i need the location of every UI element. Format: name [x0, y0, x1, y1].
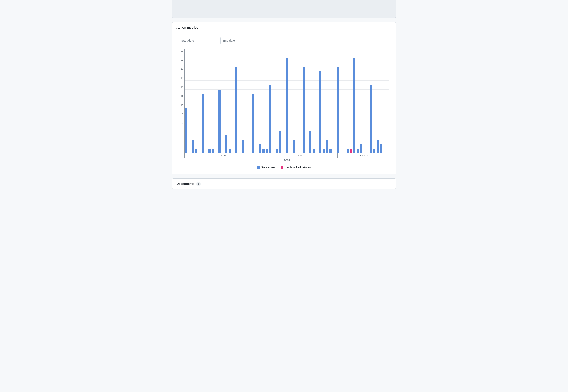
chart-ytick: 4 [182, 131, 185, 134]
chart-ytick: 14 [181, 86, 185, 88]
chart-bar[interactable] [319, 71, 321, 153]
chart-ytick: 18 [181, 68, 185, 70]
chart-ytick: 8 [182, 113, 185, 115]
chart-bar[interactable] [279, 130, 281, 153]
chart-bar[interactable] [276, 149, 278, 153]
chart-bar[interactable] [326, 140, 328, 153]
swatch-failure-icon [281, 166, 283, 168]
chart-bar[interactable] [266, 149, 268, 153]
chart-month-label: August [337, 153, 389, 158]
chart-bar[interactable] [353, 58, 355, 153]
chart-bar[interactable] [313, 149, 315, 153]
legend-failures[interactable]: Unclassified failures [281, 166, 311, 169]
chart-bar[interactable] [360, 144, 362, 153]
swatch-success-icon [257, 166, 259, 168]
chart-ytick: 16 [181, 77, 185, 79]
chart-bar[interactable] [225, 135, 227, 153]
chart-ytick: 20 [181, 58, 185, 61]
chart-bar[interactable] [208, 149, 211, 153]
legend-successes[interactable]: Successes [257, 166, 275, 169]
chart-bar[interactable] [252, 94, 254, 153]
chart-month-label: June [185, 153, 261, 158]
chart-bar[interactable] [380, 144, 382, 153]
chart-legend: Successes Unclassified failures [179, 166, 389, 169]
action-metrics-chart: 246810121416182022 JuneJulyAugust 2024 S… [179, 49, 389, 169]
chart-bar[interactable] [228, 149, 231, 153]
chart-bar[interactable] [303, 67, 305, 153]
chart-bars [185, 49, 389, 153]
chart-bar[interactable] [329, 149, 331, 153]
chart-bar[interactable] [185, 108, 187, 153]
chart-bar[interactable] [293, 140, 295, 153]
chart-ytick: 6 [182, 122, 185, 125]
chart-ytick: 22 [181, 50, 185, 52]
dependents-title: Dependents [176, 182, 194, 185]
previous-card-placeholder [172, 0, 396, 18]
chart-bar[interactable] [212, 149, 214, 153]
chart-bar[interactable] [370, 85, 372, 153]
chart-bar[interactable] [269, 85, 271, 153]
chart-bar[interactable] [242, 140, 244, 153]
dependents-count-badge: 1 [196, 182, 201, 185]
date-range-row: Start date End date [179, 37, 389, 44]
chart-ytick: 10 [181, 104, 185, 106]
chart-ytick: 2 [182, 140, 185, 143]
chart-bar[interactable] [202, 94, 204, 153]
chart-bar[interactable] [357, 149, 359, 153]
chart-bar[interactable] [337, 67, 339, 153]
action-metrics-card: Action metrics Start date End date 24681… [172, 22, 396, 174]
chart-bar[interactable] [195, 149, 197, 153]
chart-bar[interactable] [286, 58, 288, 153]
chart-bar[interactable] [218, 90, 221, 153]
dependents-card: Dependents 1 [172, 178, 396, 189]
chart-bar[interactable] [350, 149, 352, 153]
chart-bar[interactable] [262, 149, 265, 153]
chart-bar[interactable] [259, 144, 261, 153]
chart-bar[interactable] [377, 140, 379, 153]
chart-bar[interactable] [235, 67, 237, 153]
chart-ytick: 12 [181, 95, 185, 98]
action-metrics-title: Action metrics [172, 22, 396, 33]
legend-successes-label: Successes [261, 166, 275, 169]
chart-month-label: July [261, 153, 337, 158]
chart-bar[interactable] [323, 149, 325, 153]
legend-failures-label: Unclassified failures [285, 166, 311, 169]
chart-bar[interactable] [309, 130, 312, 153]
chart-bar[interactable] [373, 149, 375, 153]
chart-bar[interactable] [192, 140, 194, 153]
end-date-input[interactable]: End date [220, 37, 260, 44]
chart-bar[interactable] [347, 149, 349, 153]
start-date-input[interactable]: Start date [179, 37, 218, 44]
chart-year-label: 2024 [185, 158, 389, 162]
